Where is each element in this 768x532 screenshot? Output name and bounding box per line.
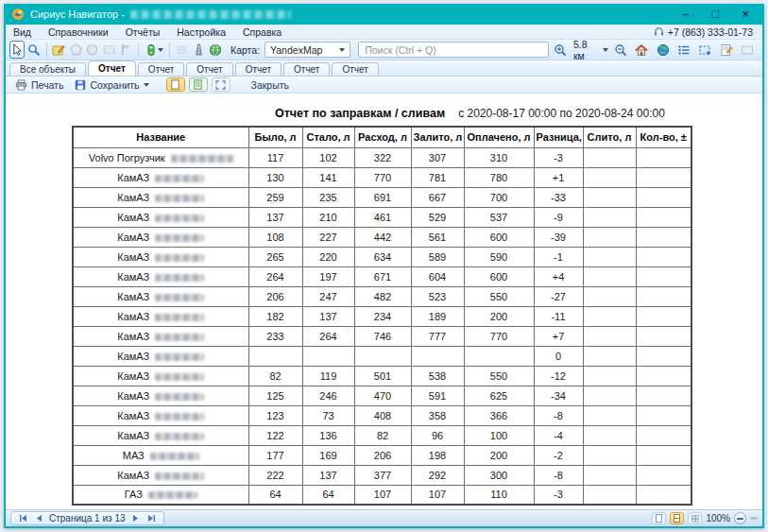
- tab-4[interactable]: Отчет: [235, 62, 282, 76]
- print-button[interactable]: Печать: [11, 78, 67, 92]
- vehicle-name-cell: МАЗ: [73, 445, 248, 465]
- zoom-in-button[interactable]: [551, 41, 569, 59]
- tab-1[interactable]: Отчет: [88, 60, 136, 76]
- table-row[interactable]: КамАЗ82119501538550-12: [73, 366, 691, 386]
- column-header: Разница, л: [534, 127, 583, 147]
- globe-tool-button[interactable]: [208, 41, 223, 59]
- toolbar-right-group: 5.8 км: [551, 39, 759, 61]
- value-cell: 292: [411, 465, 464, 485]
- minimize-button[interactable]: –: [682, 5, 689, 24]
- tab-0[interactable]: Все объекты: [9, 62, 86, 76]
- toolbar-separator: [46, 43, 47, 57]
- screenshot-button[interactable]: [739, 41, 757, 59]
- select-area-button[interactable]: [696, 41, 714, 59]
- view-mode-continuous-button[interactable]: [189, 77, 208, 92]
- vehicle-name-cell: КамАЗ: [73, 227, 248, 247]
- zoom-slider[interactable]: [750, 517, 758, 520]
- page-indicator: Страница 1 из 13: [49, 513, 126, 523]
- close-button[interactable]: ×: [742, 5, 749, 24]
- view-mode-single-page-button[interactable]: [166, 77, 185, 92]
- view-mode-fit-button[interactable]: [212, 77, 230, 92]
- vehicle-name-cell: КамАЗ: [73, 405, 248, 425]
- zoom-decrease-button[interactable]: [734, 512, 746, 524]
- layout-grid-button[interactable]: [688, 512, 702, 524]
- support-phone: +7 (863) 333-01-73: [668, 26, 753, 38]
- table-row[interactable]: Volvo Погрузчик117102322307310-3: [73, 147, 691, 167]
- table-row[interactable]: КамАЗ222137377292300-8: [73, 465, 691, 485]
- rectangle-tool-button[interactable]: [102, 41, 117, 59]
- column-header: Оплачено, л: [464, 127, 534, 147]
- report-title: Отчет по заправкам / сливам: [275, 107, 445, 120]
- previous-page-button[interactable]: [33, 512, 44, 524]
- menu-item-4[interactable]: Справка: [243, 26, 282, 38]
- table-row[interactable]: КамАЗ130141770781780+1: [73, 167, 691, 187]
- first-page-button[interactable]: [17, 512, 28, 524]
- road-ruler-tool-button[interactable]: [192, 41, 207, 59]
- table-row[interactable]: МАЗ177169206198200-2: [73, 445, 691, 465]
- value-cell: 206: [354, 445, 411, 465]
- save-button[interactable]: Сохранить: [71, 78, 152, 92]
- next-page-button[interactable]: [130, 512, 142, 524]
- vehicle-name-cell: КамАЗ: [73, 266, 248, 286]
- menu-item-0[interactable]: Вид: [13, 26, 31, 38]
- note-edit-button[interactable]: [717, 41, 735, 59]
- table-row[interactable]: ГАЗ6464107107110-3: [73, 485, 691, 505]
- scale-dropdown-caret-icon[interactable]: [603, 48, 608, 55]
- value-cell: 589: [411, 247, 464, 266]
- globe-view-button[interactable]: [654, 41, 672, 59]
- value-cell: 770: [354, 167, 411, 187]
- close-report-button[interactable]: Закрыть: [247, 78, 293, 92]
- vehicle-name: КамАЗ: [117, 311, 149, 322]
- table-row[interactable]: КамАЗ206247482523550-27: [73, 286, 691, 306]
- track-list-tool-button[interactable]: [175, 41, 190, 59]
- table-row[interactable]: КамАЗ1221368296100-4: [73, 425, 691, 445]
- list-panel-button[interactable]: [674, 41, 692, 59]
- menu-bar-items: ВидСправочникиОтчётыНастройкаСправка: [13, 26, 282, 38]
- flag-tool-button[interactable]: [118, 41, 133, 59]
- table-row[interactable]: КамАЗ233264746777770+7: [73, 326, 691, 346]
- map-scale-value[interactable]: 5.8 км: [573, 39, 599, 61]
- table-row[interactable]: КамАЗ108227442561600-39: [73, 227, 691, 247]
- table-row[interactable]: КамАЗ264197671604600+4: [73, 266, 691, 286]
- value-cell: 137: [302, 306, 354, 326]
- table-row[interactable]: КамАЗ12373408358366-8: [73, 405, 691, 425]
- table-row[interactable]: КамАЗ125246470591625-34: [73, 386, 691, 405]
- vehicle-tool-button[interactable]: [144, 41, 164, 59]
- map-select[interactable]: YandexMap: [265, 42, 350, 58]
- value-cell: 82: [248, 366, 302, 386]
- redacted-plate: [155, 234, 204, 242]
- status-bar-right-group: 100%: [652, 512, 758, 524]
- home-button[interactable]: [632, 41, 650, 59]
- map-edit-tool-button[interactable]: [52, 41, 67, 59]
- search-input[interactable]: [358, 42, 549, 58]
- table-row[interactable]: КамАЗ137210461529537-9: [73, 207, 691, 227]
- tab-2[interactable]: Отчет: [138, 62, 184, 76]
- layout-facing-button[interactable]: [670, 512, 684, 524]
- last-page-button[interactable]: [146, 512, 158, 524]
- circle-tool-button[interactable]: [85, 41, 100, 59]
- table-row[interactable]: КамАЗ182137234189200-11: [73, 306, 691, 326]
- vehicle-name: КамАЗ: [117, 351, 149, 362]
- menu-item-2[interactable]: Отчёты: [126, 26, 161, 38]
- table-row[interactable]: КамАЗ265220634589590-1: [73, 247, 691, 266]
- tab-6[interactable]: Отчет: [332, 62, 378, 76]
- tab-3[interactable]: Отчет: [186, 62, 232, 76]
- redacted-plate: [155, 274, 204, 282]
- value-cell: 130: [248, 167, 302, 187]
- menu-item-3[interactable]: Настройка: [177, 26, 226, 38]
- polygon-tool-button[interactable]: [68, 41, 83, 59]
- value-cell: 691: [354, 187, 411, 207]
- menu-item-1[interactable]: Справочники: [48, 26, 109, 38]
- value-cell: 137: [302, 465, 354, 485]
- maximize-button[interactable]: □: [712, 5, 720, 24]
- zoom-search-tool-button[interactable]: [26, 41, 42, 59]
- save-dropdown-caret-icon[interactable]: [144, 83, 149, 90]
- value-cell: 107: [411, 485, 464, 505]
- dropdown-caret-icon: [339, 48, 345, 55]
- zoom-out-button[interactable]: [611, 41, 629, 59]
- table-row[interactable]: КамАЗ259235691667700-33: [73, 187, 691, 207]
- tab-5[interactable]: Отчет: [283, 62, 330, 76]
- layout-single-button[interactable]: [652, 512, 666, 524]
- table-row[interactable]: КамАЗ0: [73, 346, 691, 366]
- cursor-tool-button[interactable]: [9, 41, 25, 59]
